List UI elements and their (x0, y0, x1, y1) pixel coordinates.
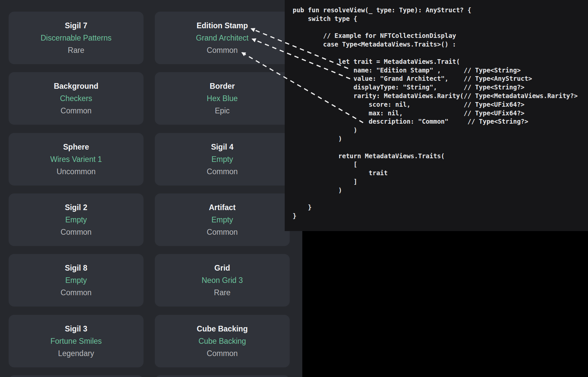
trait-rarity: Common (207, 226, 238, 238)
code-line: ) (293, 186, 588, 195)
trait-name: Edition Stamp (197, 20, 248, 32)
code-line (293, 23, 588, 32)
code-line: ) (293, 135, 588, 143)
trait-value: Empty (211, 214, 233, 226)
trait-card-cube-backing: Cube Backing Cube Backing Common (155, 315, 290, 367)
code-line: description: "Common" // Type<String?> (293, 117, 588, 126)
trait-rarity: Rare (68, 44, 84, 57)
code-line: name: "Edition Stamp" , // Type<String> (293, 66, 588, 75)
trait-name: Background (54, 80, 98, 92)
code-line: rarity: MetadataViews.Rarity(// Type<Met… (293, 92, 588, 100)
trait-card-artifact: Artifact Empty Common (155, 193, 290, 246)
trait-value: Discernable Patterns (41, 32, 112, 44)
code-line: ) (293, 126, 588, 135)
trait-name: Artifact (209, 201, 236, 214)
code-line: pub fun resolveView(_ type: Type): AnySt… (293, 6, 588, 15)
trait-value: Neon Grid 3 (202, 274, 243, 287)
trait-rarity: Rare (214, 287, 231, 299)
trait-name: Cube Backing (197, 323, 247, 335)
code-line: // Example for NFTCollectionDisplay (293, 32, 588, 40)
trait-name: Sigil 8 (65, 262, 87, 274)
trait-card-sigil-7: Sigil 7 Discernable Patterns Rare (9, 12, 144, 64)
trait-name: Sigil 3 (65, 323, 87, 335)
trait-card-sigil-8: Sigil 8 Empty Common (9, 254, 144, 307)
code-line: switch type { (293, 15, 588, 23)
trait-rarity: Common (207, 44, 238, 57)
trait-rarity: Epic (215, 105, 230, 117)
trait-card-edition-stamp: Edition Stamp Grand Architect Common (155, 12, 290, 64)
trait-name: Grid (214, 262, 230, 274)
code-line (293, 49, 588, 58)
trait-value: Wires Varient 1 (50, 153, 102, 166)
trait-rarity: Legendary (58, 347, 94, 360)
trait-value: Hex Blue (207, 92, 238, 105)
trait-card-sigil-4: Sigil 4 Empty Common (155, 133, 290, 186)
code-line: ] (293, 178, 588, 186)
code-line: value: "Grand Architect", // Type<AnyStr… (293, 74, 588, 83)
code-line (293, 195, 588, 203)
code-line: } (293, 212, 588, 220)
trait-rarity: Common (207, 347, 238, 360)
code-line: score: nil, // Type<UFix64?> (293, 100, 588, 109)
trait-card-grid: Grid Neon Grid 3 Rare (155, 254, 290, 307)
code-line: trait (293, 169, 588, 178)
trait-rarity: Common (60, 226, 91, 238)
trait-name: Sigil 2 (65, 201, 87, 214)
trait-value: Cube Backing (198, 335, 246, 347)
code-line: max: nil, // Type<UFix64?> (293, 109, 588, 118)
trait-card-sphere: Sphere Wires Varient 1 Uncommon (9, 133, 144, 186)
trait-rarity: Common (60, 105, 91, 117)
code-line: return MetadataViews.Traits( (293, 152, 588, 161)
trait-rarity: Uncommon (56, 166, 96, 178)
code-line: displayType: "String", // Type<String?> (293, 83, 588, 92)
trait-name: Sigil 4 (211, 141, 234, 153)
trait-rarity: Common (207, 166, 238, 178)
code-line: case Type<MetadataViews.Traits>() : (293, 40, 588, 49)
nft-trait-metadata-view: Sigil 7 Discernable Patterns Rare Editio… (0, 0, 588, 377)
code-panel: pub fun resolveView(_ type: Type): AnySt… (285, 0, 588, 231)
code-line (293, 143, 588, 152)
traits-panel: Sigil 7 Discernable Patterns Rare Editio… (0, 0, 302, 377)
trait-value: Empty (65, 214, 87, 226)
trait-name: Sphere (63, 141, 89, 153)
trait-name: Sigil 7 (65, 20, 87, 32)
trait-card-sigil-3: Sigil 3 Fortune Smiles Legendary (9, 315, 144, 367)
code-line: let trait = MetadataViews.Trait( (293, 58, 588, 66)
trait-card-border: Border Hex Blue Epic (155, 72, 290, 125)
trait-value: Empty (211, 153, 233, 166)
trait-value: Fortune Smiles (50, 335, 102, 347)
trait-value: Checkers (60, 92, 92, 105)
trait-value: Grand Architect (196, 32, 249, 44)
trait-card-partial-right (155, 375, 290, 377)
trait-value: Empty (65, 274, 87, 287)
code-line: [ (293, 160, 588, 169)
trait-card-partial-left (9, 375, 144, 377)
trait-card-background: Background Checkers Common (9, 72, 144, 125)
trait-card-sigil-2: Sigil 2 Empty Common (9, 193, 144, 246)
trait-rarity: Common (60, 287, 91, 299)
trait-name: Border (210, 80, 235, 92)
code-line: } (293, 203, 588, 212)
